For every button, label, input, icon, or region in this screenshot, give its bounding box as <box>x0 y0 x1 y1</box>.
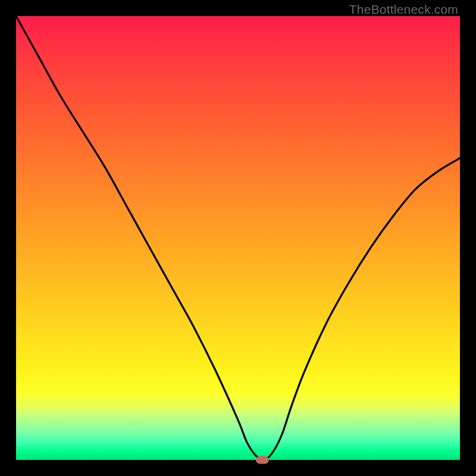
optimal-point-marker <box>256 456 269 464</box>
chart-frame: TheBottleneck.com <box>0 0 476 476</box>
watermark-text: TheBottleneck.com <box>349 2 458 17</box>
chart-plot-area <box>16 16 460 460</box>
